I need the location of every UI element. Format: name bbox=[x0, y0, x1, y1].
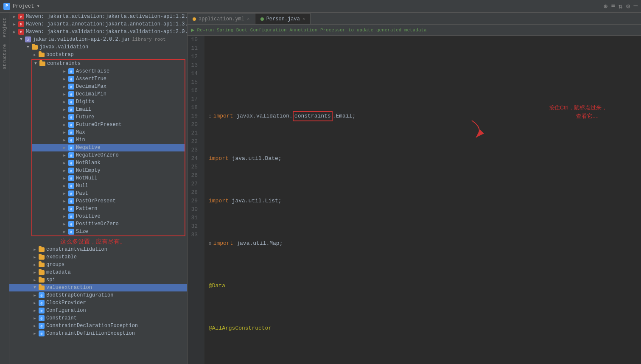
structure-tab[interactable]: Structure bbox=[1, 41, 8, 73]
class-clockprovider[interactable]: ▶ @ ClockProvider bbox=[9, 299, 187, 307]
settings-icon[interactable]: ⚙ bbox=[626, 2, 630, 11]
bootstrap-label: bootstrap bbox=[46, 52, 74, 58]
code-line-10 bbox=[209, 70, 641, 78]
spi-folder[interactable]: ▶ spi bbox=[9, 276, 187, 284]
bootstrap-folder[interactable]: ▶ bootstrap bbox=[9, 51, 187, 59]
code-line-11: ⊟ import javax.validation.constraints.Em… bbox=[209, 112, 641, 120]
line-numbers: 10 11 12 13 14 15 16 17 18 19 20 21 22 2… bbox=[188, 36, 204, 364]
class-future[interactable]: ▶ @ Future bbox=[32, 113, 185, 121]
executable-folder[interactable]: ▶ executable bbox=[9, 253, 187, 261]
class-decimalmin[interactable]: ▶ @ DecimalMin bbox=[32, 90, 185, 98]
maven-item-2[interactable]: ▶ M Maven: jakarta.annotation:jakarta.an… bbox=[9, 20, 187, 28]
metadata-folder[interactable]: ▶ metadata bbox=[9, 269, 187, 276]
dropdown-arrow[interactable]: ▾ bbox=[36, 3, 39, 9]
jar-label: jakarta.validation-api-2.0.2.jar bbox=[33, 36, 130, 42]
class-asserttrue[interactable]: ▶ @ AssertTrue bbox=[32, 75, 185, 83]
sync-icon[interactable]: ⊕ bbox=[604, 2, 608, 11]
notification-bar: ▶ Re-run Spring Boot Configuration Annot… bbox=[188, 25, 641, 36]
sort-icon[interactable]: ⇅ bbox=[619, 2, 623, 11]
ctrl-note-2: 查看它.... bbox=[576, 112, 599, 120]
class-email[interactable]: ▶ @ Email bbox=[32, 106, 185, 113]
class-negativeorzero[interactable]: ▶ @ NegativeOrZero bbox=[32, 151, 185, 159]
class-positiveorzero[interactable]: ▶ @ PositiveOrZero bbox=[32, 220, 185, 228]
many-settings-note: 这么多设置，应有尽有。 bbox=[60, 238, 126, 245]
maven-item-3[interactable]: ▶ M Maven: jakarta.validation:jakarta.va… bbox=[9, 28, 187, 36]
constraints-folder[interactable]: ▼ constraints bbox=[32, 60, 185, 67]
title-bar-actions: ⊕ ≡ ⇅ ⚙ — bbox=[604, 2, 638, 11]
main-layout: Project Structure ▶ M Maven: jakarta.act… bbox=[0, 13, 641, 364]
class-constraint[interactable]: ▶ @ Constraint bbox=[9, 314, 187, 322]
class-digits[interactable]: ▶ @ Digits bbox=[32, 98, 185, 106]
tab-label-yml: application.yml bbox=[199, 16, 244, 22]
arrow-svg bbox=[412, 116, 489, 142]
javax-arrow: ▼ bbox=[25, 44, 31, 50]
jar-arrow: ▼ bbox=[18, 36, 25, 43]
tab-close-java[interactable]: × bbox=[302, 17, 305, 22]
minimize-icon[interactable]: — bbox=[633, 2, 638, 11]
class-constraintdefinition[interactable]: ▶ @ ConstraintDefinitionException bbox=[9, 330, 187, 337]
maven-label-1: Maven: jakarta.activation:jakarta.activa… bbox=[26, 14, 187, 20]
class-past[interactable]: ▶ @ Past bbox=[32, 190, 185, 197]
class-positive[interactable]: ▶ @ Positive bbox=[32, 213, 185, 220]
class-notblank[interactable]: ▶ @ NotBlank bbox=[32, 159, 185, 167]
class-bootstrapconfiguration[interactable]: ▶ @ BootstrapConfiguration bbox=[9, 291, 187, 299]
class-decimalmax[interactable]: ▶ @ DecimalMax bbox=[32, 83, 185, 90]
class-min[interactable]: ▶ @ Min bbox=[32, 136, 185, 144]
jar-item[interactable]: ▼ J jakarta.validation-api-2.0.2.jar lib… bbox=[9, 36, 187, 43]
arrow-1: ▶ bbox=[11, 13, 18, 20]
project-icon: P bbox=[3, 3, 10, 10]
arrow-2: ▶ bbox=[11, 21, 18, 28]
code-line-13: import java.util.List; bbox=[209, 197, 641, 205]
class-pattern[interactable]: ▶ @ Pattern bbox=[32, 205, 185, 213]
class-pastorpresent[interactable]: ▶ @ PastOrPresent bbox=[32, 197, 185, 205]
title-bar-left: P Project ▾ bbox=[3, 3, 40, 10]
ctrl-note: 按住Ctrl，鼠标点过来， bbox=[549, 104, 607, 112]
constraints-folder-icon bbox=[39, 60, 46, 67]
class-assertfalse[interactable]: ▶ @ AssertFalse bbox=[32, 67, 185, 75]
class-notnull[interactable]: ▶ @ NotNull bbox=[32, 174, 185, 182]
class-configuration[interactable]: ▶ @ Configuration bbox=[9, 307, 187, 314]
constraintvalidation-folder[interactable]: ▶ constraintvalidation bbox=[9, 246, 187, 253]
notification-text[interactable]: Re-run Spring Boot Configuration Annotat… bbox=[197, 28, 426, 33]
code-line-14: ⊟ import java.util.Map; bbox=[209, 239, 641, 248]
arrow-3: ▶ bbox=[11, 28, 18, 35]
code-line-12: import java.util.Date; bbox=[209, 154, 641, 163]
code-line-15: @Data bbox=[209, 282, 641, 290]
project-tab[interactable]: Project bbox=[1, 14, 8, 41]
sidebar: ▶ M Maven: jakarta.activation:jakarta.ac… bbox=[9, 13, 188, 364]
list-icon[interactable]: ≡ bbox=[611, 2, 616, 11]
sidebar-content: ▶ M Maven: jakarta.activation:jakarta.ac… bbox=[9, 13, 187, 364]
code-content[interactable]: ⊟ import javax.validation.constraints.Em… bbox=[204, 36, 641, 364]
code-editor[interactable]: 10 11 12 13 14 15 16 17 18 19 20 21 22 2… bbox=[188, 36, 641, 364]
javax-validation-folder[interactable]: ▼ javax.validation bbox=[9, 43, 187, 51]
jar-suffix: library root bbox=[132, 37, 165, 42]
maven-icon-2: M bbox=[18, 21, 25, 28]
constraints-arrow: ▼ bbox=[32, 60, 39, 67]
code-line-16: @AllArgsConstructor bbox=[209, 324, 641, 333]
class-null[interactable]: ▶ @ Null bbox=[32, 182, 185, 190]
project-label[interactable]: Project bbox=[13, 3, 34, 9]
tab-label-java: Person.java bbox=[266, 16, 300, 22]
class-futureorpresent[interactable]: ▶ @ FutureOrPresent bbox=[32, 121, 185, 129]
class-notempty[interactable]: ▶ @ NotEmpty bbox=[32, 167, 185, 174]
class-negative[interactable]: ▶ @ Negative bbox=[32, 144, 185, 151]
bootstrap-arrow: ▶ bbox=[31, 51, 38, 58]
maven-item-1[interactable]: ▶ M Maven: jakarta.activation:jakarta.ac… bbox=[9, 13, 187, 20]
class-constraintdeclaration[interactable]: ▶ @ ConstraintDeclarationException bbox=[9, 322, 187, 330]
groups-folder[interactable]: ▶ groups bbox=[9, 261, 187, 269]
tab-dot-yml bbox=[193, 17, 196, 21]
javax-label: javax.validation bbox=[39, 44, 88, 50]
bootstrap-icon bbox=[38, 51, 45, 58]
tab-dot-java bbox=[260, 17, 264, 21]
class-max[interactable]: ▶ @ Max bbox=[32, 129, 185, 136]
editor-area: application.yml × Person.java × ▶ Re-run… bbox=[188, 13, 641, 364]
tab-person-java[interactable]: Person.java × bbox=[255, 13, 311, 24]
maven-icon-3: M bbox=[18, 28, 25, 35]
valueextraction-folder[interactable]: ▼ valueextraction bbox=[9, 284, 187, 291]
javax-folder-icon bbox=[31, 44, 38, 50]
constraints-outline-box: ▼ constraints ▶ @ AssertFalse ▶ @ Assert… bbox=[31, 59, 185, 236]
class-size[interactable]: ▶ @ Size bbox=[32, 228, 185, 235]
tab-close-yml[interactable]: × bbox=[247, 17, 250, 22]
tab-application-yml[interactable]: application.yml × bbox=[188, 13, 255, 24]
notification-icon: ▶ bbox=[191, 26, 194, 34]
